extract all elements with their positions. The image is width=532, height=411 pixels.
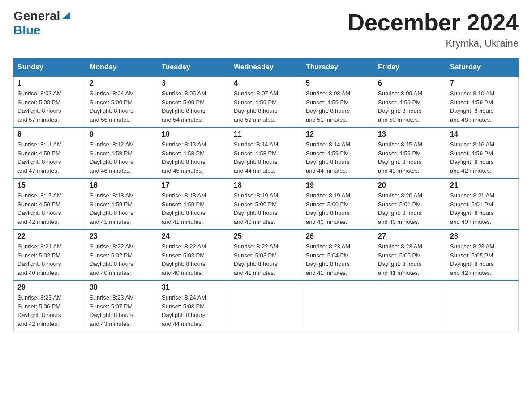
day-info: Sunrise: 8:18 AM Sunset: 4:59 PM Dayligh… [90,191,154,226]
calendar-week-row: 22 Sunrise: 8:21 AM Sunset: 5:02 PM Dayl… [14,229,519,280]
day-number: 20 [378,181,442,189]
day-info: Sunrise: 8:09 AM Sunset: 4:59 PM Dayligh… [378,89,442,124]
day-info: Sunrise: 8:13 AM Sunset: 4:58 PM Dayligh… [162,140,226,175]
day-info: Sunrise: 8:14 AM Sunset: 4:58 PM Dayligh… [234,140,298,175]
day-info: Sunrise: 8:22 AM Sunset: 5:02 PM Dayligh… [90,242,154,277]
weekday-header-sunday: Sunday [14,59,86,77]
calendar-cell: 29 Sunrise: 8:23 AM Sunset: 5:06 PM Dayl… [14,280,86,331]
day-number: 29 [17,283,82,291]
day-info: Sunrise: 8:21 AM Sunset: 5:01 PM Dayligh… [450,191,515,226]
day-number: 11 [234,130,298,138]
day-info: Sunrise: 8:23 AM Sunset: 5:07 PM Dayligh… [90,293,154,328]
title-area: December 2024 Krymka, Ukraine [348,9,519,49]
calendar-cell: 16 Sunrise: 8:18 AM Sunset: 4:59 PM Dayl… [86,178,158,229]
day-info: Sunrise: 8:04 AM Sunset: 5:00 PM Dayligh… [90,89,154,124]
weekday-header-tuesday: Tuesday [158,59,230,77]
calendar-cell: 19 Sunrise: 8:19 AM Sunset: 5:00 PM Dayl… [302,178,374,229]
day-number: 2 [90,79,154,87]
day-info: Sunrise: 8:15 AM Sunset: 4:59 PM Dayligh… [378,140,442,175]
day-info: Sunrise: 8:12 AM Sunset: 4:58 PM Dayligh… [90,140,154,175]
weekday-header-friday: Friday [374,59,446,77]
day-number: 13 [378,130,442,138]
logo-general-text: General [13,9,60,23]
calendar-cell: 31 Sunrise: 8:24 AM Sunset: 5:08 PM Dayl… [158,280,230,331]
day-info: Sunrise: 8:22 AM Sunset: 5:03 PM Dayligh… [234,242,298,277]
day-number: 26 [306,232,370,240]
calendar-cell: 11 Sunrise: 8:14 AM Sunset: 4:58 PM Dayl… [230,127,302,178]
day-number: 15 [17,181,82,189]
day-info: Sunrise: 8:19 AM Sunset: 5:00 PM Dayligh… [306,191,370,226]
day-info: Sunrise: 8:23 AM Sunset: 5:06 PM Dayligh… [17,293,82,328]
day-number: 22 [17,232,82,240]
calendar-cell: 13 Sunrise: 8:15 AM Sunset: 4:59 PM Dayl… [374,127,446,178]
day-number: 3 [162,79,226,87]
day-info: Sunrise: 8:11 AM Sunset: 4:59 PM Dayligh… [17,140,82,175]
day-number: 1 [17,79,82,87]
calendar-cell: 3 Sunrise: 8:05 AM Sunset: 5:00 PM Dayli… [158,76,230,127]
day-number: 25 [234,232,298,240]
day-number: 27 [378,232,442,240]
day-info: Sunrise: 8:23 AM Sunset: 5:04 PM Dayligh… [306,242,370,277]
calendar-cell: 15 Sunrise: 8:17 AM Sunset: 4:59 PM Dayl… [14,178,86,229]
day-info: Sunrise: 8:21 AM Sunset: 5:02 PM Dayligh… [17,242,82,277]
day-number: 31 [162,283,226,291]
day-info: Sunrise: 8:24 AM Sunset: 5:08 PM Dayligh… [162,293,226,328]
svg-marker-0 [62,12,70,19]
day-number: 17 [162,181,226,189]
calendar-cell: 9 Sunrise: 8:12 AM Sunset: 4:58 PM Dayli… [86,127,158,178]
day-number: 23 [90,232,154,240]
calendar-cell: 1 Sunrise: 8:03 AM Sunset: 5:00 PM Dayli… [14,76,86,127]
calendar-week-row: 1 Sunrise: 8:03 AM Sunset: 5:00 PM Dayli… [14,76,519,127]
day-info: Sunrise: 8:07 AM Sunset: 4:59 PM Dayligh… [234,89,298,124]
logo: General Blue [13,9,71,38]
day-number: 19 [306,181,370,189]
day-info: Sunrise: 8:17 AM Sunset: 4:59 PM Dayligh… [17,191,82,226]
calendar-cell: 22 Sunrise: 8:21 AM Sunset: 5:02 PM Dayl… [14,229,86,280]
weekday-header-monday: Monday [86,59,158,77]
calendar-week-row: 15 Sunrise: 8:17 AM Sunset: 4:59 PM Dayl… [14,178,519,229]
calendar-cell: 30 Sunrise: 8:23 AM Sunset: 5:07 PM Dayl… [86,280,158,331]
weekday-header-wednesday: Wednesday [230,59,302,77]
day-number: 24 [162,232,226,240]
day-number: 6 [378,79,442,87]
calendar-cell: 4 Sunrise: 8:07 AM Sunset: 4:59 PM Dayli… [230,76,302,127]
calendar-cell: 26 Sunrise: 8:23 AM Sunset: 5:04 PM Dayl… [302,229,374,280]
day-info: Sunrise: 8:08 AM Sunset: 4:59 PM Dayligh… [306,89,370,124]
calendar-cell: 14 Sunrise: 8:16 AM Sunset: 4:59 PM Dayl… [446,127,519,178]
location: Krymka, Ukraine [348,38,519,49]
day-number: 30 [90,283,154,291]
calendar-cell [374,280,446,331]
day-info: Sunrise: 8:20 AM Sunset: 5:01 PM Dayligh… [378,191,442,226]
day-number: 21 [450,181,515,189]
day-info: Sunrise: 8:10 AM Sunset: 4:59 PM Dayligh… [450,89,515,124]
calendar-cell [446,280,519,331]
calendar-cell: 24 Sunrise: 8:22 AM Sunset: 5:03 PM Dayl… [158,229,230,280]
day-number: 7 [450,79,515,87]
calendar-cell [302,280,374,331]
day-info: Sunrise: 8:14 AM Sunset: 4:59 PM Dayligh… [306,140,370,175]
day-number: 4 [234,79,298,87]
calendar-cell: 23 Sunrise: 8:22 AM Sunset: 5:02 PM Dayl… [86,229,158,280]
day-info: Sunrise: 8:16 AM Sunset: 4:59 PM Dayligh… [450,140,515,175]
calendar-week-row: 8 Sunrise: 8:11 AM Sunset: 4:59 PM Dayli… [14,127,519,178]
logo-icon [61,10,71,20]
calendar-cell: 28 Sunrise: 8:23 AM Sunset: 5:05 PM Dayl… [446,229,519,280]
calendar-cell: 20 Sunrise: 8:20 AM Sunset: 5:01 PM Dayl… [374,178,446,229]
calendar-cell: 7 Sunrise: 8:10 AM Sunset: 4:59 PM Dayli… [446,76,519,127]
day-number: 10 [162,130,226,138]
weekday-header-thursday: Thursday [302,59,374,77]
calendar-cell [230,280,302,331]
calendar-cell: 25 Sunrise: 8:22 AM Sunset: 5:03 PM Dayl… [230,229,302,280]
day-info: Sunrise: 8:23 AM Sunset: 5:05 PM Dayligh… [378,242,442,277]
day-info: Sunrise: 8:19 AM Sunset: 5:00 PM Dayligh… [234,191,298,226]
day-number: 18 [234,181,298,189]
day-info: Sunrise: 8:05 AM Sunset: 5:00 PM Dayligh… [162,89,226,124]
calendar-cell: 18 Sunrise: 8:19 AM Sunset: 5:00 PM Dayl… [230,178,302,229]
calendar-cell: 21 Sunrise: 8:21 AM Sunset: 5:01 PM Dayl… [446,178,519,229]
day-info: Sunrise: 8:23 AM Sunset: 5:05 PM Dayligh… [450,242,515,277]
calendar-cell: 10 Sunrise: 8:13 AM Sunset: 4:58 PM Dayl… [158,127,230,178]
calendar-cell: 17 Sunrise: 8:18 AM Sunset: 4:59 PM Dayl… [158,178,230,229]
day-number: 8 [17,130,82,138]
page-header: General Blue December 2024 Krymka, Ukrai… [13,9,519,49]
day-number: 16 [90,181,154,189]
